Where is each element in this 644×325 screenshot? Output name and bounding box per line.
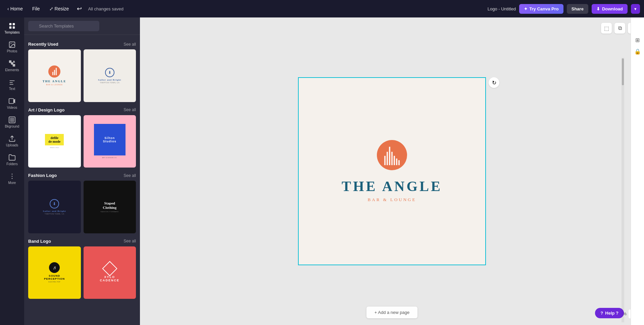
help-label: Help ? [605,311,618,316]
elements-label: Elements [5,68,19,72]
sidebar-item-more[interactable]: More [0,169,24,188]
building-line-5 [394,156,395,165]
grid-icon [8,22,16,30]
main-layout: Templates Photos Elements Text [0,17,644,325]
right-bar: ⊞ 🔒 [631,17,644,325]
fashion-grid: ⬇ Sailor and Bright TIMIPTON TOWN, CA St… [28,181,136,233]
sidebar-item-uploads[interactable]: Uploads [0,132,24,150]
building-lines [384,145,400,165]
sidebar-item-folders[interactable]: Folders [0,150,24,169]
refresh-button[interactable]: ↻ [489,77,499,88]
sidebar-item-photos[interactable]: Photos [0,38,24,56]
logo-circle [377,140,407,170]
svg-rect-7 [9,60,11,63]
try-canva-pro-button[interactable]: ✦ Try Canva Pro [519,4,563,14]
text-label: Text [9,87,15,91]
folders-icon [8,154,16,161]
svg-point-16 [12,176,13,177]
more-icon [8,173,16,180]
download-icon: ⬇ [596,6,600,11]
recently-used-see-all[interactable]: See all [123,42,136,47]
recently-used-grid: THE ANGLE BAR & LOUNGE ⬇ Sailor and Brig… [28,49,136,102]
add-page-button[interactable]: + Add a new page [366,307,417,318]
band-header: Band Logo See all [28,239,136,244]
canvas-frame-button[interactable]: ⬚ [601,23,612,34]
icon-bar: Templates Photos Elements Text [0,17,24,325]
art-design-grid: defilede mode SINCE 2012 SiltonStudios A… [28,115,136,168]
chevron-left-icon: ‹ [7,6,9,11]
svg-marker-9 [13,60,15,62]
svg-point-5 [10,43,11,44]
search-input[interactable] [28,21,99,31]
filter-button[interactable]: ⊞ [633,35,643,45]
logo-subtitle: BAR & LOUNGE [368,197,416,202]
canvas-duplicate-button[interactable]: ⧉ [614,23,625,34]
background-label: Bkground [5,125,19,128]
canvas-area: ⬚ ⧉ + ↻ THE [140,17,644,325]
more-label: More [8,181,16,185]
template-card-silton[interactable]: SiltonStudios ART & DESIGN CO. [84,115,136,168]
document-title: Logo - Untitled [488,6,516,11]
templates-label: Templates [4,31,20,34]
share-button[interactable]: Share [567,4,588,14]
template-card-angle[interactable]: THE ANGLE BAR & LOUNGE [28,49,81,102]
art-design-see-all[interactable]: See all [123,107,136,112]
template-card-defile[interactable]: defilede mode SINCE 2012 [28,115,81,168]
template-card-sound[interactable]: ♬ SOUNDPERCEPTION ELECTRIC POP [28,246,81,299]
download-button[interactable]: ⬇ Download [592,4,628,14]
try-pro-label: Try Canva Pro [529,6,558,11]
file-button[interactable]: File [29,4,43,13]
home-label: Home [10,6,23,11]
photos-label: Photos [7,49,17,53]
uploads-label: Uploads [6,143,18,147]
building-line-4 [391,152,393,165]
svg-rect-13 [10,118,14,122]
svg-rect-2 [9,27,11,29]
resize-label: Resize [55,6,69,11]
star-icon: ✦ [524,6,528,11]
canvas-document[interactable]: THE ANGLE BAR & LOUNGE [298,77,486,265]
videos-label: Videos [7,106,17,109]
template-card-sailor-2[interactable]: ⬇ Sailor and Bright TIMIPTON TOWN, CA [28,181,81,233]
svg-rect-0 [9,23,11,25]
undo-button[interactable]: ↩ [75,3,84,14]
recently-used-header: Recently Used See all [28,42,136,47]
svg-rect-10 [9,99,14,104]
sidebar-item-templates[interactable]: Templates [0,19,24,38]
canvas-scrollbar-thumb [622,58,624,85]
home-button[interactable]: ‹ Home [4,4,26,13]
elements-icon [8,60,16,67]
template-card-sailor-1[interactable]: ⬇ Sailor and Bright TIMIPTON TOWN, CA [84,49,136,102]
template-card-staped[interactable]: StapedClothing FASHION FORWARD [84,181,136,233]
help-button[interactable]: ? Help ? [595,308,624,318]
help-icon: ? [600,311,603,316]
resize-button[interactable]: ⤢ Resize [46,4,72,13]
sidebar-item-videos[interactable]: Videos [0,94,24,113]
download-dropdown-button[interactable]: ▾ [631,4,640,14]
uploads-icon [8,135,16,142]
fashion-see-all[interactable]: See all [123,173,136,178]
sidebar-item-background[interactable]: Bkground [0,113,24,132]
sidebar-item-text[interactable]: Text [0,75,24,94]
template-card-xylo[interactable]: XYLOCADENCE [84,246,136,299]
band-grid: ♬ SOUNDPERCEPTION ELECTRIC POP XYLOCADEN… [28,246,136,299]
sidebar-item-elements[interactable]: Elements [0,56,24,75]
templates-panel: 🔍 Recently Used See all [24,17,140,325]
fashion-header: Fashion Logo See all [28,173,136,178]
building-line-3 [389,147,390,165]
svg-point-17 [12,178,13,179]
text-icon [8,79,16,86]
svg-point-15 [12,174,13,175]
saved-status: All changes saved [88,6,123,11]
canvas-scrollbar [622,58,624,322]
top-nav: ‹ Home File ⤢ Resize ↩ All changes saved… [0,0,644,17]
recently-used-title: Recently Used [28,42,58,47]
svg-rect-3 [13,27,15,29]
svg-rect-1 [13,23,15,25]
art-design-header: Art / Design Logo See all [28,107,136,112]
logo-title: THE ANGLE [342,178,442,194]
lock-button[interactable]: 🔒 [633,46,643,56]
nav-right: Logo - Untitled ✦ Try Canva Pro Share ⬇ … [488,4,640,14]
band-see-all[interactable]: See all [123,239,136,243]
resize-icon: ⤢ [49,6,53,11]
